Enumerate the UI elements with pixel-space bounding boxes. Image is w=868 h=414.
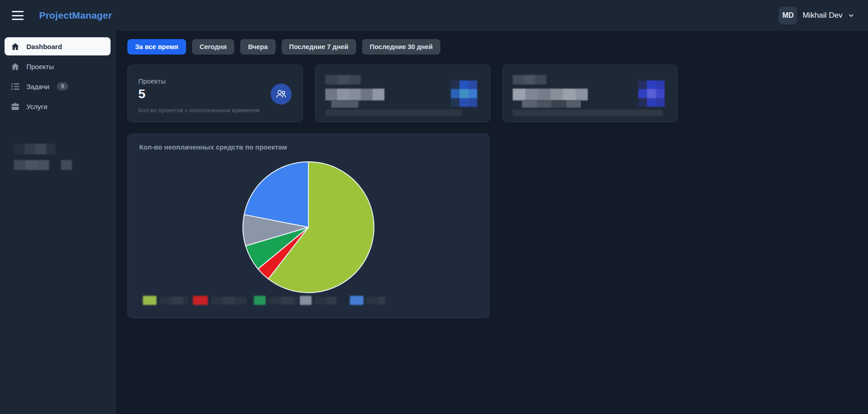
sidebar-redacted-block: [0, 140, 116, 176]
redacted-value: [513, 89, 588, 100]
filter-last-30-days-button[interactable]: Последние 30 дней: [362, 39, 440, 55]
sidebar: Dashboard Проекты Задачи 6 Услуги: [0, 31, 116, 414]
briefcase-icon: [11, 102, 20, 111]
redacted-text: [513, 75, 546, 85]
redacted-text: [14, 160, 72, 170]
top-bar: ProjectManager MD Mikhail Dev: [0, 0, 868, 31]
filter-last-7-days-button[interactable]: Последние 7 дней: [282, 39, 356, 55]
menu-icon[interactable]: [12, 11, 24, 20]
stat-card-value: 5: [138, 87, 146, 101]
main-content: За все время Сегодня Вчера Последние 7 д…: [116, 31, 868, 414]
chevron-down-icon: [848, 12, 854, 19]
user-name: Mikhail Dev: [802, 11, 843, 20]
app-title: ProjectManager: [39, 10, 112, 21]
sidebar-item-label: Услуги: [26, 103, 47, 110]
legend-swatch: [143, 296, 156, 305]
user-menu[interactable]: MD Mikhail Dev: [779, 6, 854, 25]
filter-today-button[interactable]: Сегодня: [192, 39, 234, 55]
redacted-caption: [513, 110, 663, 116]
stat-card-caption: Кол-во проектов с неоплаченным временем: [138, 107, 260, 114]
redacted-text: [325, 75, 361, 85]
sidebar-item-services[interactable]: Услуги: [5, 97, 111, 115]
sidebar-item-tasks[interactable]: Задачи 6: [5, 77, 111, 95]
stat-card-projects: Проекты 5 Кол-во проектов с неоплаченным…: [127, 65, 303, 122]
legend-swatch: [300, 296, 312, 305]
avatar: MD: [779, 6, 797, 25]
people-icon: [271, 84, 292, 105]
stat-card-title: Проекты: [138, 77, 166, 85]
redacted-legend-label: [211, 297, 247, 304]
redacted-value: [325, 89, 384, 100]
chart-title: Кол-во неоплаченных средств по проектам: [139, 143, 287, 151]
list-icon: [11, 82, 20, 91]
filter-all-time-button[interactable]: За все время: [127, 39, 186, 55]
redacted-icon: [451, 80, 477, 107]
redacted-legend-label: [314, 297, 336, 304]
legend-swatch: [254, 296, 266, 305]
redacted-caption: [325, 110, 462, 116]
home-icon: [11, 62, 20, 71]
sidebar-item-label: Dashboard: [26, 43, 62, 50]
redacted-legend-label: [160, 297, 188, 304]
redacted-value: [522, 100, 581, 108]
stat-card-redacted: [315, 65, 490, 122]
redacted-legend-label: [269, 297, 297, 304]
chart-card: Кол-во неоплаченных средств по проектам: [127, 134, 490, 318]
legend-swatch: [350, 296, 363, 305]
legend-swatch: [193, 296, 208, 305]
redacted-text: [14, 144, 56, 155]
tasks-count-badge: 6: [57, 82, 68, 90]
redacted-icon: [638, 80, 665, 107]
chart-legend: [128, 296, 490, 306]
sidebar-item-label: Задачи: [26, 83, 49, 90]
time-filter-bar: За все время Сегодня Вчера Последние 7 д…: [127, 39, 440, 55]
stat-card-redacted: [502, 65, 678, 122]
redacted-legend-label: [366, 297, 385, 304]
sidebar-item-dashboard[interactable]: Dashboard: [5, 37, 111, 55]
redacted-value: [331, 100, 358, 108]
sidebar-item-label: Проекты: [26, 63, 54, 70]
filter-yesterday-button[interactable]: Вчера: [240, 39, 275, 55]
sidebar-item-projects[interactable]: Проекты: [5, 57, 111, 75]
pie-chart: [240, 159, 377, 295]
home-icon: [11, 42, 20, 51]
